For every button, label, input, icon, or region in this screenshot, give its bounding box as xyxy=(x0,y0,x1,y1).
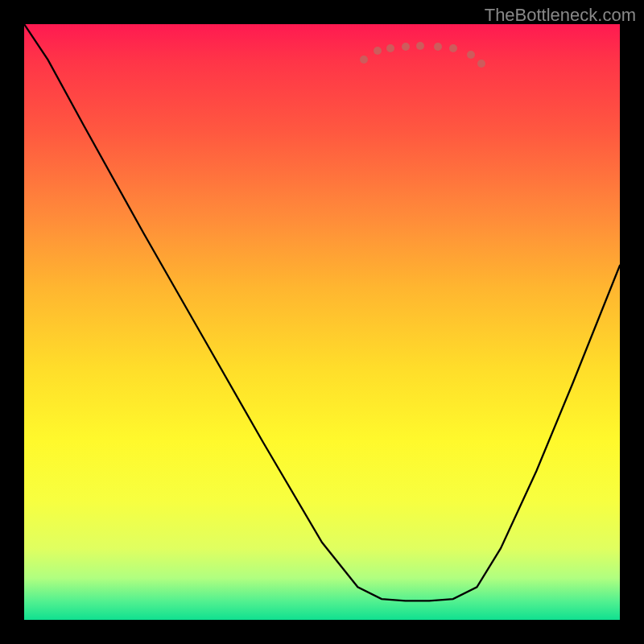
valley-dot xyxy=(434,43,442,51)
valley-dot xyxy=(374,47,382,55)
valley-dot xyxy=(467,51,475,59)
figure: TheBottleneck.com xyxy=(0,0,644,644)
valley-dot xyxy=(477,60,485,68)
valley-dot xyxy=(449,44,457,52)
valley-dot xyxy=(386,44,394,52)
valley-marker-dots xyxy=(24,24,620,620)
plot-area xyxy=(24,24,620,620)
valley-dot xyxy=(360,56,368,64)
valley-dot xyxy=(402,43,410,51)
attribution-text: TheBottleneck.com xyxy=(485,5,636,26)
valley-dot xyxy=(416,42,424,50)
